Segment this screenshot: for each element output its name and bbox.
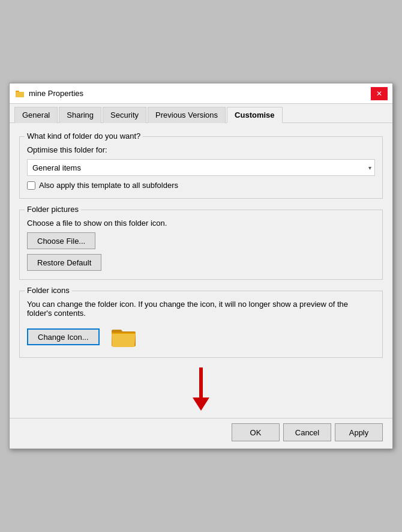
folder-icons-group: Folder icons You can change the folder i… <box>19 291 383 358</box>
folder-icons-group-label: Folder icons <box>25 286 72 295</box>
optimize-label: Optimise this folder for: <box>27 145 375 154</box>
title-bar-left: mine Properties <box>14 88 83 99</box>
content-area: What kind of folder do you want? Optimis… <box>10 123 392 418</box>
arrow-shaft <box>199 367 203 397</box>
cancel-button[interactable]: Cancel <box>283 423 331 441</box>
tab-previous-versions[interactable]: Previous Versions <box>148 107 226 123</box>
change-icon-button[interactable]: Change Icon... <box>27 328 100 345</box>
ok-button[interactable]: OK <box>232 423 280 441</box>
tab-general[interactable]: General <box>14 107 58 123</box>
bottom-bar: OK Cancel Apply <box>10 418 392 449</box>
folder-pictures-group-label: Folder pictures <box>25 205 81 214</box>
folder-icons-description: You can change the folder icon. If you c… <box>27 300 375 318</box>
close-button[interactable]: ✕ <box>371 87 388 100</box>
restore-default-button[interactable]: Restore Default <box>27 254 101 271</box>
tab-customise[interactable]: Customise <box>227 107 282 123</box>
apply-template-label: Also apply this template to all subfolde… <box>39 181 178 190</box>
down-arrow-indicator <box>193 367 209 411</box>
folder-pictures-group-content: Choose a file to show on this folder ico… <box>27 219 375 271</box>
tab-sharing[interactable]: Sharing <box>59 107 101 123</box>
optimize-select-wrapper: General items Documents Pictures Music V… <box>27 159 375 176</box>
apply-button[interactable]: Apply <box>335 423 383 441</box>
folder-pictures-description: Choose a file to show on this folder ico… <box>27 219 375 228</box>
folder-type-group: What kind of folder do you want? Optimis… <box>19 136 383 199</box>
tabs-bar: General Sharing Security Previous Versio… <box>10 104 392 123</box>
optimize-select[interactable]: General items Documents Pictures Music V… <box>27 159 375 176</box>
folder-type-group-label: What kind of folder do you want? <box>25 131 143 141</box>
tab-security[interactable]: Security <box>103 107 146 123</box>
title-bar: mine Properties ✕ <box>10 83 392 104</box>
choose-file-button[interactable]: Choose File... <box>27 232 95 249</box>
window-title: mine Properties <box>29 89 83 98</box>
folder-pictures-group: Folder pictures Choose a file to show on… <box>19 210 383 280</box>
arrow-area <box>19 365 383 413</box>
folder-icon-preview <box>109 325 138 349</box>
arrow-head <box>193 397 209 411</box>
folder-type-group-content: Optimise this folder for: General items … <box>27 145 375 190</box>
folder-icons-group-content: You can change the folder icon. If you c… <box>27 300 375 349</box>
folder-title-icon <box>14 88 25 99</box>
folder-icon-area: Change Icon... <box>27 325 375 349</box>
dialog-window: mine Properties ✕ General Sharing Securi… <box>9 83 393 449</box>
apply-template-checkbox[interactable] <box>27 181 35 190</box>
apply-template-row: Also apply this template to all subfolde… <box>27 181 375 190</box>
